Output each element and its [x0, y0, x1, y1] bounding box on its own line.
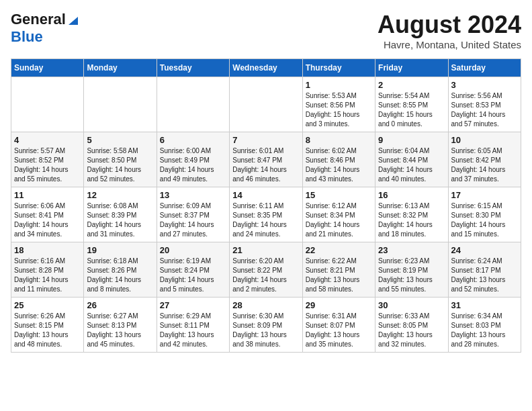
day-info: Sunrise: 6:04 AMSunset: 8:44 PMDaylight:…: [378, 146, 445, 184]
day-number: 31: [451, 300, 518, 310]
calendar-week-row: 25Sunrise: 6:26 AMSunset: 8:15 PMDayligh…: [11, 298, 521, 353]
day-number: 7: [232, 135, 299, 145]
title-area: August 2024 Havre, Montana, United State…: [378, 11, 521, 50]
day-info: Sunrise: 6:08 AMSunset: 8:39 PMDaylight:…: [87, 201, 153, 239]
calendar-week-row: 18Sunrise: 6:16 AMSunset: 8:28 PMDayligh…: [11, 242, 521, 298]
calendar-cell: 28Sunrise: 6:30 AMSunset: 8:09 PMDayligh…: [230, 298, 302, 353]
calendar-cell: 10Sunrise: 6:05 AMSunset: 8:42 PMDayligh…: [448, 132, 521, 187]
day-number: 1: [306, 80, 372, 90]
calendar-cell: 18Sunrise: 6:16 AMSunset: 8:28 PMDayligh…: [11, 242, 84, 298]
day-info: Sunrise: 5:57 AMSunset: 8:52 PMDaylight:…: [14, 146, 81, 184]
calendar-cell: [230, 77, 302, 132]
day-number: 22: [306, 245, 372, 255]
calendar-cell: 30Sunrise: 6:33 AMSunset: 8:05 PMDayligh…: [375, 298, 448, 353]
calendar-cell: 20Sunrise: 6:19 AMSunset: 8:24 PMDayligh…: [157, 242, 229, 298]
day-info: Sunrise: 6:02 AMSunset: 8:46 PMDaylight:…: [306, 146, 372, 184]
calendar-cell: 19Sunrise: 6:18 AMSunset: 8:26 PMDayligh…: [84, 242, 157, 298]
day-info: Sunrise: 6:33 AMSunset: 8:05 PMDaylight:…: [378, 312, 445, 349]
day-info: Sunrise: 5:56 AMSunset: 8:53 PMDaylight:…: [451, 91, 518, 129]
day-number: 29: [306, 300, 372, 310]
calendar-cell: 6Sunrise: 6:00 AMSunset: 8:49 PMDaylight…: [157, 132, 229, 187]
svg-marker-0: [69, 17, 78, 25]
calendar-cell: 8Sunrise: 6:02 AMSunset: 8:46 PMDaylight…: [302, 132, 375, 187]
day-number: 28: [232, 300, 299, 310]
day-number: 3: [451, 80, 518, 90]
day-number: 4: [14, 135, 81, 145]
calendar-cell: 17Sunrise: 6:15 AMSunset: 8:30 PMDayligh…: [448, 187, 521, 242]
day-number: 15: [306, 190, 372, 200]
day-info: Sunrise: 6:12 AMSunset: 8:34 PMDaylight:…: [306, 201, 372, 239]
day-info: Sunrise: 6:06 AMSunset: 8:41 PMDaylight:…: [14, 201, 81, 239]
day-number: 27: [160, 300, 226, 310]
day-info: Sunrise: 6:29 AMSunset: 8:11 PMDaylight:…: [160, 312, 226, 349]
day-info: Sunrise: 6:00 AMSunset: 8:49 PMDaylight:…: [160, 146, 226, 184]
day-info: Sunrise: 6:23 AMSunset: 8:19 PMDaylight:…: [378, 257, 445, 294]
day-info: Sunrise: 6:05 AMSunset: 8:42 PMDaylight:…: [451, 146, 518, 184]
weekday-header-thursday: Thursday: [302, 59, 375, 77]
day-info: Sunrise: 6:31 AMSunset: 8:07 PMDaylight:…: [306, 312, 372, 349]
calendar-body: 1Sunrise: 5:53 AMSunset: 8:56 PMDaylight…: [11, 77, 521, 353]
day-info: Sunrise: 6:27 AMSunset: 8:13 PMDaylight:…: [87, 312, 153, 349]
calendar-cell: 7Sunrise: 6:01 AMSunset: 8:47 PMDaylight…: [230, 132, 302, 187]
day-info: Sunrise: 6:30 AMSunset: 8:09 PMDaylight:…: [232, 312, 299, 349]
day-number: 12: [87, 190, 153, 200]
weekday-header-tuesday: Tuesday: [157, 59, 229, 77]
calendar-cell: 25Sunrise: 6:26 AMSunset: 8:15 PMDayligh…: [11, 298, 84, 353]
weekday-header-row: SundayMondayTuesdayWednesdayThursdayFrid…: [11, 59, 521, 77]
calendar-week-row: 11Sunrise: 6:06 AMSunset: 8:41 PMDayligh…: [11, 187, 521, 242]
weekday-header-monday: Monday: [84, 59, 157, 77]
calendar-week-row: 4Sunrise: 5:57 AMSunset: 8:52 PMDaylight…: [11, 132, 521, 187]
day-number: 24: [451, 245, 518, 255]
weekday-header-wednesday: Wednesday: [230, 59, 302, 77]
day-number: 2: [378, 80, 445, 90]
location: Havre, Montana, United States: [378, 39, 521, 50]
calendar-cell: 24Sunrise: 6:24 AMSunset: 8:17 PMDayligh…: [448, 242, 521, 298]
calendar-cell: 3Sunrise: 5:56 AMSunset: 8:53 PMDaylight…: [448, 77, 521, 132]
calendar-cell: 13Sunrise: 6:09 AMSunset: 8:37 PMDayligh…: [157, 187, 229, 242]
day-number: 20: [160, 245, 226, 255]
day-info: Sunrise: 6:26 AMSunset: 8:15 PMDaylight:…: [14, 312, 81, 349]
day-number: 5: [87, 135, 153, 145]
calendar-header: SundayMondayTuesdayWednesdayThursdayFrid…: [11, 59, 521, 77]
day-number: 23: [378, 245, 445, 255]
page-header: General Blue August 2024 Havre, Montana,…: [11, 11, 521, 50]
day-info: Sunrise: 6:15 AMSunset: 8:30 PMDaylight:…: [451, 201, 518, 239]
calendar-cell: 4Sunrise: 5:57 AMSunset: 8:52 PMDaylight…: [11, 132, 84, 187]
day-info: Sunrise: 5:53 AMSunset: 8:56 PMDaylight:…: [306, 91, 372, 129]
weekday-header-sunday: Sunday: [11, 59, 84, 77]
calendar-cell: 5Sunrise: 5:58 AMSunset: 8:50 PMDaylight…: [84, 132, 157, 187]
calendar-cell: 16Sunrise: 6:13 AMSunset: 8:32 PMDayligh…: [375, 187, 448, 242]
logo-line1: General: [11, 11, 79, 28]
day-number: 13: [160, 190, 226, 200]
day-info: Sunrise: 6:18 AMSunset: 8:26 PMDaylight:…: [87, 257, 153, 294]
calendar-cell: 2Sunrise: 5:54 AMSunset: 8:55 PMDaylight…: [375, 77, 448, 132]
day-info: Sunrise: 6:19 AMSunset: 8:24 PMDaylight:…: [160, 257, 226, 294]
day-info: Sunrise: 6:34 AMSunset: 8:03 PMDaylight:…: [451, 312, 518, 349]
logo-general: General: [11, 11, 66, 28]
calendar-week-row: 1Sunrise: 5:53 AMSunset: 8:56 PMDaylight…: [11, 77, 521, 132]
day-number: 17: [451, 190, 518, 200]
calendar-cell: 9Sunrise: 6:04 AMSunset: 8:44 PMDaylight…: [375, 132, 448, 187]
day-number: 26: [87, 300, 153, 310]
day-number: 18: [14, 245, 81, 255]
logo-line2: Blue: [11, 28, 43, 46]
day-number: 9: [378, 135, 445, 145]
logo-blue: Blue: [11, 28, 43, 45]
calendar-cell: 29Sunrise: 6:31 AMSunset: 8:07 PMDayligh…: [302, 298, 375, 353]
calendar-cell: 15Sunrise: 6:12 AMSunset: 8:34 PMDayligh…: [302, 187, 375, 242]
day-number: 6: [160, 135, 226, 145]
day-info: Sunrise: 6:13 AMSunset: 8:32 PMDaylight:…: [378, 201, 445, 239]
day-number: 25: [14, 300, 81, 310]
calendar-cell: 23Sunrise: 6:23 AMSunset: 8:19 PMDayligh…: [375, 242, 448, 298]
day-info: Sunrise: 5:54 AMSunset: 8:55 PMDaylight:…: [378, 91, 445, 129]
day-info: Sunrise: 6:22 AMSunset: 8:21 PMDaylight:…: [306, 257, 372, 294]
weekday-header-friday: Friday: [375, 59, 448, 77]
calendar-cell: 26Sunrise: 6:27 AMSunset: 8:13 PMDayligh…: [84, 298, 157, 353]
day-info: Sunrise: 6:16 AMSunset: 8:28 PMDaylight:…: [14, 257, 81, 294]
day-info: Sunrise: 6:20 AMSunset: 8:22 PMDaylight:…: [232, 257, 299, 294]
calendar-cell: 27Sunrise: 6:29 AMSunset: 8:11 PMDayligh…: [157, 298, 229, 353]
day-number: 14: [232, 190, 299, 200]
day-number: 21: [232, 245, 299, 255]
day-info: Sunrise: 6:01 AMSunset: 8:47 PMDaylight:…: [232, 146, 299, 184]
calendar-cell: 1Sunrise: 5:53 AMSunset: 8:56 PMDaylight…: [302, 77, 375, 132]
